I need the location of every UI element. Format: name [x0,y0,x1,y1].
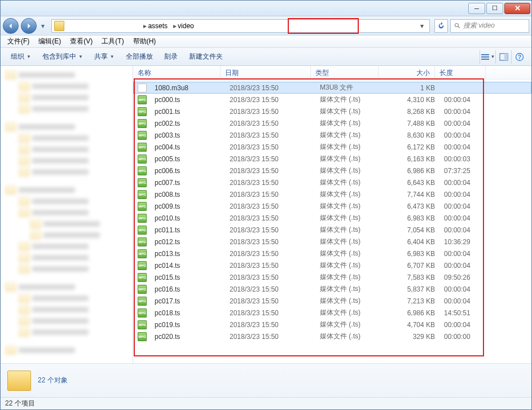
include-in-library-button[interactable]: 包含到库中▼ [37,50,89,64]
search-input[interactable]: 搜索 video [450,19,529,33]
media-file-icon: MPG [138,285,147,294]
media-file-icon: MPG [138,166,147,175]
forward-arrow-icon [25,22,33,30]
file-name: pc017.ts [150,297,225,305]
file-row[interactable]: MPGpc020.ts2018/3/23 15:50媒体文件 (.ts)329 … [133,330,531,342]
help-button[interactable]: ? [511,50,527,64]
chevron-down-icon: ▼ [110,54,115,59]
column-name[interactable]: 名称 [133,66,221,79]
breadcrumb-dropdown[interactable]: ▾ [417,22,427,30]
titlebar: ─ ☐ ✕ [1,1,531,16]
file-date: 2018/3/23 15:50 [225,262,315,270]
file-length: 00:00:04 [439,226,490,234]
column-length[interactable]: 长度 [435,66,486,79]
file-date: 2018/3/23 15:50 [225,226,315,234]
file-row[interactable]: MPGpc011.ts2018/3/23 15:50媒体文件 (.ts)7,05… [133,224,531,236]
maximize-button[interactable]: ☐ [486,3,503,14]
breadcrumb-segment-assets[interactable]: ▸assets [140,22,170,30]
share-button[interactable]: 共享▼ [89,50,120,64]
breadcrumb-segment-video[interactable]: ▸video [170,22,196,30]
file-row[interactable]: MPGpc006.ts2018/3/23 15:50媒体文件 (.ts)6,98… [133,165,531,177]
svg-rect-4 [481,59,489,60]
media-file-icon: MPG [138,95,147,104]
file-row[interactable]: MPGpc019.ts2018/3/23 15:50媒体文件 (.ts)4,70… [133,319,531,330]
file-name: pc007.ts [150,179,225,187]
file-row[interactable]: MPGpc009.ts2018/3/23 15:50媒体文件 (.ts)6,47… [133,200,531,212]
menu-help[interactable]: 帮助(H) [129,36,161,47]
media-file-icon: MPG [138,226,147,235]
file-size: 8,268 KB [383,108,439,116]
file-date: 2018/3/23 15:50 [225,202,315,210]
media-file-icon: MPG [138,261,147,270]
column-size[interactable]: 大小 [379,66,435,79]
file-row[interactable]: MPGpc007.ts2018/3/23 15:50媒体文件 (.ts)6,64… [133,177,531,188]
view-options-button[interactable]: ▼ [480,50,495,64]
file-row[interactable]: MPGpc018.ts2018/3/23 15:50媒体文件 (.ts)6,98… [133,307,531,319]
column-headers: 名称 日期 类型 大小 长度 [133,66,531,80]
minimize-button[interactable]: ─ [468,3,485,14]
column-date[interactable]: 日期 [221,66,311,79]
preview-pane-button[interactable] [495,50,511,64]
file-row[interactable]: MPGpc015.ts2018/3/23 15:50媒体文件 (.ts)7,58… [133,271,531,283]
burn-button[interactable]: 刻录 [159,50,183,64]
refresh-button[interactable] [434,19,448,33]
navigation-tree[interactable] [1,66,133,363]
menu-tools[interactable]: 工具(T) [97,36,128,47]
play-all-button[interactable]: 全部播放 [120,50,159,64]
close-icon: ✕ [515,4,521,12]
file-row[interactable]: MPGpc004.ts2018/3/23 15:50媒体文件 (.ts)6,17… [133,141,531,153]
breadcrumb[interactable]: ▸assets ▸video ▾ [51,19,430,33]
file-name: pc019.ts [150,321,225,329]
back-button[interactable] [3,18,19,34]
file-name: pc015.ts [150,274,225,281]
file-size: 5,837 KB [383,285,439,293]
file-date: 2018/3/23 15:50 [225,131,315,139]
file-row[interactable]: MPGpc001.ts2018/3/23 15:50媒体文件 (.ts)8,26… [133,105,531,117]
file-length: 00:00:04 [439,131,490,139]
chevron-right-icon: ▸ [172,22,178,30]
file-row[interactable]: MPGpc002.ts2018/3/23 15:50媒体文件 (.ts)7,48… [133,117,531,129]
file-row[interactable]: MPGpc017.ts2018/3/23 15:50媒体文件 (.ts)7,21… [133,295,531,307]
file-row[interactable]: MPGpc010.ts2018/3/23 15:50媒体文件 (.ts)6,98… [133,212,531,224]
file-size: 7,213 KB [383,297,439,305]
new-folder-button[interactable]: 新建文件夹 [183,50,228,64]
file-row[interactable]: MPGpc000.ts2018/3/23 15:50媒体文件 (.ts)4,31… [133,94,531,105]
file-row[interactable]: MPGpc005.ts2018/3/23 15:50媒体文件 (.ts)6,16… [133,153,531,165]
file-name: pc005.ts [150,155,225,163]
file-date: 2018/3/23 15:50 [225,167,315,175]
svg-point-0 [455,23,459,27]
file-row[interactable]: MPGpc013.ts2018/3/23 15:50媒体文件 (.ts)6,98… [133,248,531,259]
media-file-icon: MPG [138,273,147,282]
file-length: 00:00:04 [439,202,490,210]
close-button[interactable]: ✕ [504,3,530,14]
file-row[interactable]: MPGpc008.ts2018/3/23 15:50媒体文件 (.ts)7,74… [133,188,531,200]
file-length: 00:00:04 [439,321,490,329]
menu-file[interactable]: 文件(F) [3,36,34,47]
menu-view[interactable]: 查看(V) [65,36,97,47]
file-size: 329 KB [383,333,439,341]
file-row[interactable]: MPGpc003.ts2018/3/23 15:50媒体文件 (.ts)8,63… [133,129,531,141]
organize-button[interactable]: 组织▼ [5,50,37,64]
file-length: 00:00:04 [439,96,490,104]
nav-history-dropdown[interactable]: ▾ [39,22,47,30]
column-type[interactable]: 类型 [311,66,379,79]
file-name: pc000.ts [150,96,225,104]
file-row[interactable]: MPGpc012.ts2018/3/23 15:50媒体文件 (.ts)6,40… [133,236,531,248]
forward-button[interactable] [21,18,37,34]
file-row[interactable]: 1080.m3u82018/3/23 15:50M3U8 文件1 KB [133,82,531,94]
menu-edit[interactable]: 编辑(E) [34,36,65,47]
file-length: 00:00:04 [439,297,490,305]
svg-line-1 [458,26,460,28]
file-type: 媒体文件 (.ts) [315,225,383,235]
search-icon [454,23,461,29]
file-list[interactable]: 1080.m3u82018/3/23 15:50M3U8 文件1 KBMPGpc… [133,80,531,363]
file-type: 媒体文件 (.ts) [315,296,383,306]
file-size: 6,473 KB [383,202,439,210]
chevron-down-icon: ▼ [27,54,31,59]
file-row[interactable]: MPGpc016.ts2018/3/23 15:50媒体文件 (.ts)5,83… [133,283,531,295]
file-date: 2018/3/23 15:50 [225,297,315,305]
file-row[interactable]: MPGpc014.ts2018/3/23 15:50媒体文件 (.ts)6,70… [133,259,531,271]
file-type: 媒体文件 (.ts) [315,154,383,164]
file-size: 7,488 KB [383,120,439,127]
file-size: 6,404 KB [383,238,439,246]
